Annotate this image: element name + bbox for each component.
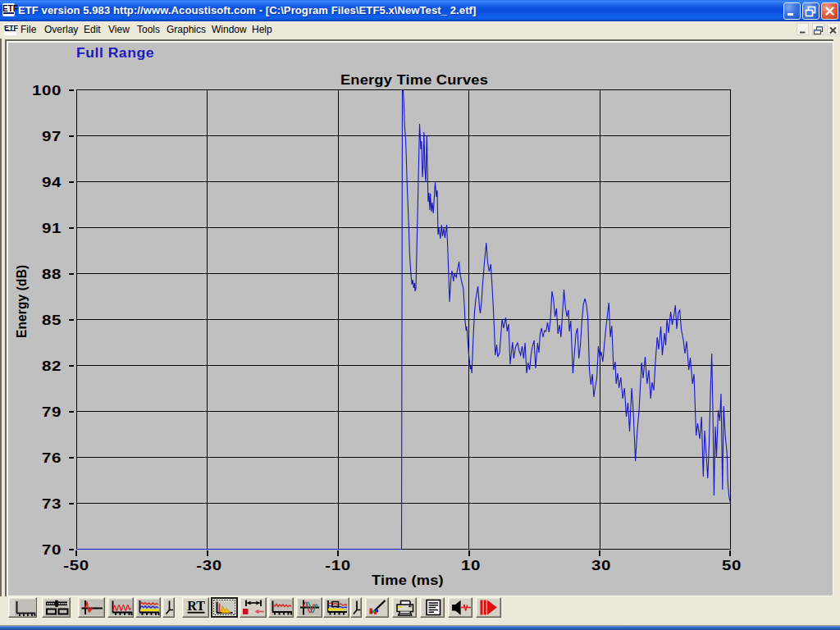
- svg-text:RT: RT: [187, 599, 205, 613]
